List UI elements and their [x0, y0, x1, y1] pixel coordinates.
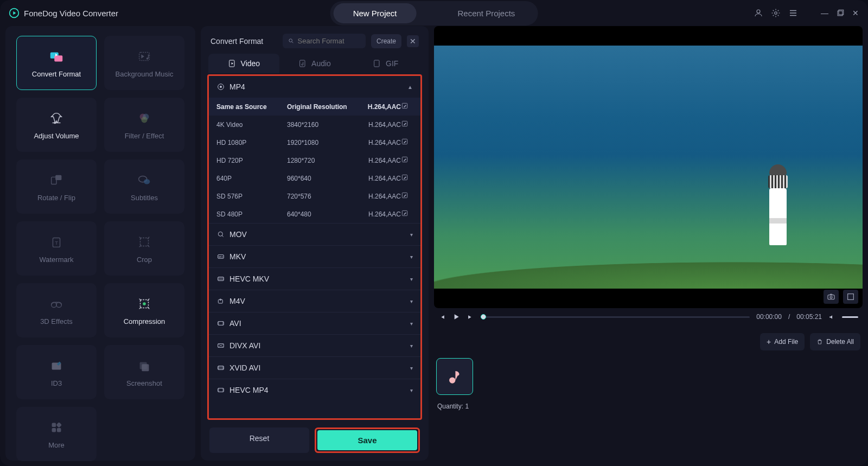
- tab-new-project[interactable]: New Project: [334, 3, 417, 23]
- svg-point-56: [830, 296, 832, 298]
- svg-rect-28: [52, 423, 56, 427]
- format-row[interactable]: SD 576P720*576H.264,AAC: [209, 187, 420, 205]
- add-file-button[interactable]: +Add File: [760, 333, 805, 350]
- search-format-input[interactable]: [283, 34, 366, 48]
- format-tab-audio[interactable]: Audio: [279, 54, 350, 73]
- video-preview[interactable]: [434, 26, 863, 308]
- snapshot-button[interactable]: [824, 290, 839, 304]
- format-group-m4v[interactable]: M4V▾: [209, 290, 420, 312]
- prev-button[interactable]: [438, 314, 445, 321]
- settings-icon[interactable]: [771, 8, 781, 18]
- edit-icon[interactable]: [401, 156, 413, 165]
- format-tab-video[interactable]: Video: [208, 54, 279, 73]
- format-row[interactable]: 640P960*640H.264,AAC: [209, 169, 420, 187]
- edit-icon[interactable]: [401, 174, 413, 183]
- edit-icon[interactable]: [401, 138, 413, 147]
- compression-icon: [136, 296, 152, 312]
- file-thumbnail[interactable]: [436, 358, 473, 395]
- format-group-avi[interactable]: AVI▾: [209, 312, 420, 334]
- tool-adjust-volume[interactable]: Adjust Volume: [16, 98, 97, 152]
- svg-rect-57: [848, 294, 854, 300]
- delete-all-button[interactable]: Delete All: [810, 333, 860, 350]
- close-panel-button[interactable]: ✕: [407, 35, 419, 47]
- tool-label: Compression: [124, 317, 165, 325]
- edit-icon[interactable]: [401, 191, 413, 201]
- format-group-mp4[interactable]: MP4▲: [209, 76, 420, 98]
- gif-file-icon: [373, 59, 381, 68]
- format-row[interactable]: HD 1080P1920*1080H.264,AAC: [209, 133, 420, 151]
- format-group-xvid-avi[interactable]: XVID AVI▾: [209, 356, 420, 379]
- tool-label: Watermark: [39, 256, 73, 264]
- svg-rect-27: [142, 364, 149, 371]
- format-tab-gif[interactable]: GIF: [350, 54, 421, 73]
- format-row[interactable]: 4K Video3840*2160H.264,AAC: [209, 116, 420, 133]
- tool-label: Rotate / Flip: [37, 194, 75, 202]
- progress-bar[interactable]: [481, 316, 750, 318]
- svg-point-9: [56, 120, 58, 122]
- edit-icon[interactable]: [401, 120, 413, 129]
- volume-slider[interactable]: [842, 316, 858, 318]
- app-title: FoneDog Video Converter: [9, 8, 118, 18]
- tool-id3[interactable]: ID3: [16, 345, 97, 399]
- svg-rect-34: [300, 60, 305, 67]
- tab-recent-projects[interactable]: Recent Projects: [438, 3, 534, 23]
- edit-icon[interactable]: [401, 102, 413, 111]
- format-group-mov[interactable]: MOV▾: [209, 223, 420, 245]
- crop-icon: [136, 234, 152, 250]
- tool-background-music[interactable]: Background Music: [104, 36, 184, 90]
- play-button[interactable]: [452, 312, 461, 321]
- filter-effect-icon: [136, 110, 152, 126]
- tool-label: Convert Format: [32, 70, 81, 78]
- tool-subtitles[interactable]: Subtitles: [104, 159, 184, 214]
- maximize-button[interactable]: [836, 9, 844, 17]
- create-format-button[interactable]: Create: [371, 34, 401, 48]
- edit-icon[interactable]: [401, 209, 413, 219]
- svg-point-58: [449, 377, 455, 383]
- menu-icon[interactable]: [788, 8, 798, 18]
- tool-label: Crop: [137, 256, 152, 264]
- format-list[interactable]: MP4▲Same as SourceOriginal ResolutionH.2…: [207, 74, 422, 420]
- format-group-mkv[interactable]: MKVMKV▾: [209, 245, 420, 267]
- svg-point-37: [220, 86, 222, 88]
- tool-3d-effects[interactable]: 3D Effects: [16, 283, 97, 337]
- tool-crop[interactable]: Crop: [104, 221, 184, 276]
- search-icon: [288, 37, 294, 44]
- background-music-icon: [136, 48, 152, 65]
- tool-filter-effect[interactable]: Filter / Effect: [104, 98, 184, 152]
- svg-rect-30: [52, 427, 56, 432]
- svg-rect-31: [57, 427, 61, 432]
- format-row[interactable]: HD 720P1280*720H.264,AAC: [209, 151, 420, 169]
- panel-title: Convert Format: [210, 37, 263, 46]
- next-button[interactable]: [467, 314, 474, 321]
- svg-point-2: [775, 12, 777, 15]
- lighthouse-graphic: [764, 164, 792, 245]
- tool-compression[interactable]: Compression: [104, 283, 184, 337]
- format-row[interactable]: SD 480P640*480H.264,AAC: [209, 205, 420, 223]
- quantity-label: Quantity: 1: [434, 397, 863, 410]
- svg-point-13: [141, 117, 147, 123]
- format-group-divx-avi[interactable]: DIVX AVI▾: [209, 334, 420, 356]
- tool-screenshot[interactable]: Screenshot: [104, 345, 184, 399]
- tool-watermark[interactable]: TWatermark: [16, 221, 97, 276]
- tool-convert-format[interactable]: Convert Format: [16, 36, 97, 90]
- account-icon[interactable]: [754, 8, 763, 18]
- fullscreen-button[interactable]: [843, 290, 858, 304]
- tool-more[interactable]: More: [16, 407, 97, 461]
- format-row-head[interactable]: Same as SourceOriginal ResolutionH.264,A…: [209, 98, 420, 116]
- time-total: 00:05:21: [796, 313, 822, 321]
- svg-point-10: [54, 122, 56, 124]
- minimize-button[interactable]: —: [821, 9, 828, 17]
- svg-rect-15: [55, 175, 61, 180]
- tool-label: Subtitles: [131, 194, 158, 202]
- watermark-icon: T: [48, 234, 65, 250]
- close-button[interactable]: ✕: [852, 9, 859, 17]
- volume-icon[interactable]: [828, 314, 835, 321]
- svg-point-24: [143, 302, 146, 305]
- convert-format-panel: Convert Format Create ✕ Video Audio: [201, 26, 429, 461]
- save-button[interactable]: Save: [317, 430, 417, 450]
- svg-rect-3: [838, 11, 843, 16]
- format-group-hevc-mkv[interactable]: HEVC MKV▾: [209, 267, 420, 290]
- tool-rotate-flip[interactable]: Rotate / Flip: [16, 159, 97, 214]
- reset-button[interactable]: Reset: [209, 427, 309, 453]
- format-group-hevc-mp4[interactable]: HEVC MP4▾: [209, 379, 420, 401]
